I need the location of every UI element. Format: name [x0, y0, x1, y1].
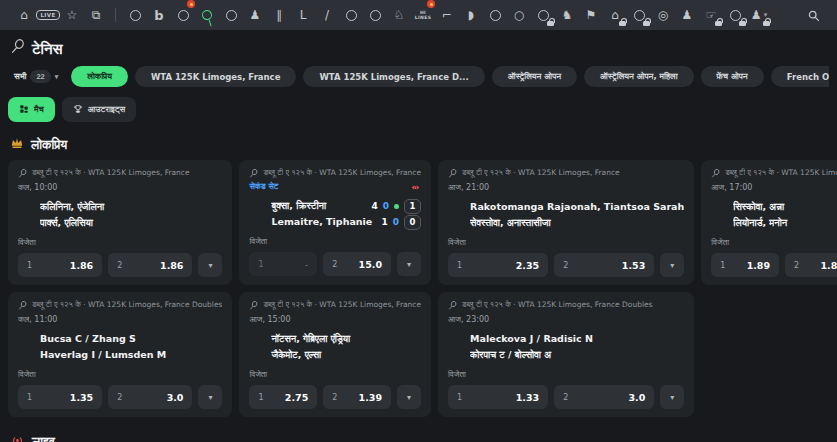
match-card[interactable]: डब्लू टी ए १२५ के · WTA 125K Limoges, Fr…	[438, 292, 694, 417]
market-label: विजेता	[448, 370, 684, 380]
odds-button-2[interactable]: 215.0	[323, 252, 391, 276]
home-icon[interactable]: ⌂	[12, 2, 36, 28]
market-label: विजेता	[249, 237, 421, 247]
badminton-icon[interactable]: ○	[507, 2, 531, 28]
match-time: आज, 15:00	[249, 315, 421, 325]
team1-name: Bucsa C / Zhang S	[40, 331, 222, 347]
chess-icon[interactable]: ♞	[555, 2, 579, 28]
player1-name: Rakotomanga Rajaonah, Tiantsoa Sarah	[470, 199, 684, 215]
soccer-icon[interactable]	[123, 2, 147, 28]
player1-name: कलिनिना, एंजेलिना	[40, 199, 222, 215]
slam-dunk-locked-icon[interactable]	[723, 2, 747, 28]
league-row: डब्लू टी ए १२५ के · WTA 125K Limoges, Fr…	[711, 168, 837, 178]
odds-button-1[interactable]: 11.35	[18, 385, 102, 409]
horse-racing-icon[interactable]: ♘	[387, 2, 411, 28]
serving-indicator	[394, 204, 399, 209]
market-label: विजेता	[711, 238, 837, 248]
lock-badge	[643, 21, 650, 27]
more-markets-button[interactable]: ▾	[660, 253, 684, 277]
odds-button-1[interactable]: 11.86	[18, 253, 102, 277]
tournament-chips: लोकप्रियWTA 125K Limoges, FranceWTA 125K…	[71, 66, 829, 87]
team1-name: Maleckova J / Radisic N	[470, 331, 684, 347]
tab-matches[interactable]: मैच	[8, 97, 55, 122]
tennis-icon[interactable]	[195, 2, 219, 28]
match-card-live[interactable]: डब्लू टी ए १२५ के · WTA 125K Limoges, Fr…	[239, 160, 431, 285]
wrestling-icon[interactable]: ♟	[675, 2, 699, 28]
table-tennis-icon[interactable]	[339, 2, 363, 28]
match-card[interactable]: डब्लू टी ए १२५ के · WTA 125K Limoges, Fr…	[8, 160, 232, 285]
volleyball-icon[interactable]	[363, 2, 387, 28]
live-icon[interactable]: LIVE	[36, 2, 60, 28]
american-football-icon[interactable]	[483, 2, 507, 28]
page-head: टेनिस	[0, 30, 837, 61]
more-markets-button[interactable]: ▾	[660, 385, 684, 409]
filter-chip[interactable]: ऑस्ट्रेलियन ओपन, महिला	[584, 66, 694, 87]
filter-chip[interactable]: WTA 125K Limoges, France D...	[303, 66, 484, 87]
odds-button-2[interactable]: 21.83	[785, 253, 837, 277]
basketball-icon[interactable]	[219, 2, 243, 28]
search-icon[interactable]	[801, 2, 825, 28]
tennis-racket-icon	[10, 39, 25, 58]
penalty-locked-icon[interactable]	[627, 2, 651, 28]
market-label: विजेता	[18, 238, 222, 248]
league-row: डब्लू टी ए १२५ के · WTA 125K Limoges, Fr…	[249, 300, 421, 310]
odds-button-1[interactable]: 12.75	[249, 385, 317, 409]
odds-button-2[interactable]: 21.53	[554, 253, 654, 277]
penalty-shootout-icon[interactable]	[171, 2, 195, 28]
darts-icon[interactable]: ◎	[651, 2, 675, 28]
filter-chip[interactable]: लोकप्रिय	[71, 66, 128, 87]
odds-button-2[interactable]: 21.39	[323, 385, 391, 409]
league-label: डब्लू टी ए १२५ के · WTA 125K Limoges, Fr…	[263, 300, 421, 310]
match-card[interactable]: डब्लू टी ए १२५ के · WTA 125K Limoges, Fr…	[239, 292, 431, 417]
all-filter-button[interactable]: सभी 22 ▾	[8, 69, 64, 84]
more-markets-button[interactable]: ▾	[397, 385, 421, 409]
league-label: डब्लू टी ए १२५ के · WTA 125K Limoges, Fr…	[725, 168, 837, 178]
racing-flag-icon[interactable]: ⚑	[579, 2, 603, 28]
esports-icon[interactable]: ∥	[267, 2, 291, 28]
favorites-icon[interactable]: ☆	[60, 2, 84, 28]
odds-button-1[interactable]: 11.33	[448, 385, 548, 409]
match-card[interactable]: डब्लू टी ए १२५ के · WTA 125K Limoges, Fr…	[438, 160, 694, 285]
odds-button-1-disabled: 1-	[249, 252, 317, 276]
more-markets-button[interactable]: ▾	[198, 385, 222, 409]
filter-chip[interactable]: French Open, Women	[771, 66, 829, 87]
filter-chip[interactable]: ऑस्ट्रेलियन ओपन	[492, 66, 577, 87]
market-label: विजेता	[18, 370, 222, 380]
match-card[interactable]: डब्लू टी ए १२५ के · WTA 125K Limoges, Fr…	[8, 292, 232, 417]
crash-locked-icon[interactable]: ⌂	[603, 2, 627, 28]
odds-button-1[interactable]: 12.35	[448, 253, 548, 277]
odds-button-1[interactable]: 11.89	[711, 253, 779, 277]
match-time: आज, 17:00	[711, 183, 837, 193]
odds-button-2[interactable]: 21.86	[108, 253, 192, 277]
player2-name: जैकेमोट, एल्सा	[271, 347, 421, 363]
tab-outrights[interactable]: आउटराइट्स	[62, 97, 137, 122]
odds-button-2[interactable]: 23.0	[554, 385, 654, 409]
popular-section-head: लोकप्रिय	[0, 124, 837, 160]
player2-name: लियोनार्ड, मनोन	[733, 215, 837, 231]
odds-button-2[interactable]: 23.0	[108, 385, 192, 409]
toolbar-icons: ⌂LIVE☆⧉b♟∥L/♘HI LINES⌐◗○♞⚑⌂◎♟☞♟▾	[12, 2, 801, 28]
crown-icon	[10, 135, 24, 154]
lock-badge	[739, 21, 746, 27]
match-card[interactable]: डब्लू टी ए १२५ के · WTA 125K Limoges, Fr…	[701, 160, 837, 285]
basketball-locked-icon[interactable]	[531, 2, 555, 28]
filter-chip[interactable]: WTA 125K Limoges, France	[135, 66, 297, 87]
golf-icon[interactable]: ⌐	[435, 2, 459, 28]
player1-name: बुक्सा, क्रिस्टीना	[271, 198, 365, 214]
stake-originals-icon[interactable]: b	[147, 2, 171, 28]
boxing-icon[interactable]: ◗	[459, 2, 483, 28]
filter-chip[interactable]: फ्रेंच ओपन	[701, 66, 764, 87]
player-props-locked-icon[interactable]: ♟▾	[747, 2, 771, 28]
live-broadcast-icon	[10, 432, 25, 442]
more-markets-button[interactable]: ▾	[198, 253, 222, 277]
buzzer-beater-locked-icon[interactable]: ☞	[699, 2, 723, 28]
cricket-icon[interactable]: /	[315, 2, 339, 28]
league-label: डब्लू टी ए १२५ के · WTA 125K Limoges, Fr…	[32, 300, 222, 310]
my-bets-icon[interactable]: ⧉	[84, 2, 108, 28]
more-markets-button[interactable]: ▾	[397, 252, 421, 276]
popular-section-title: लोकप्रिय	[31, 137, 67, 153]
league-of-legends-icon[interactable]: L	[291, 2, 315, 28]
counter-strike-icon[interactable]: ♟	[243, 2, 267, 28]
player1-name: सिस्कोवा, अन्ना	[733, 199, 837, 215]
hi-lines-icon[interactable]: HI LINES	[411, 2, 435, 28]
